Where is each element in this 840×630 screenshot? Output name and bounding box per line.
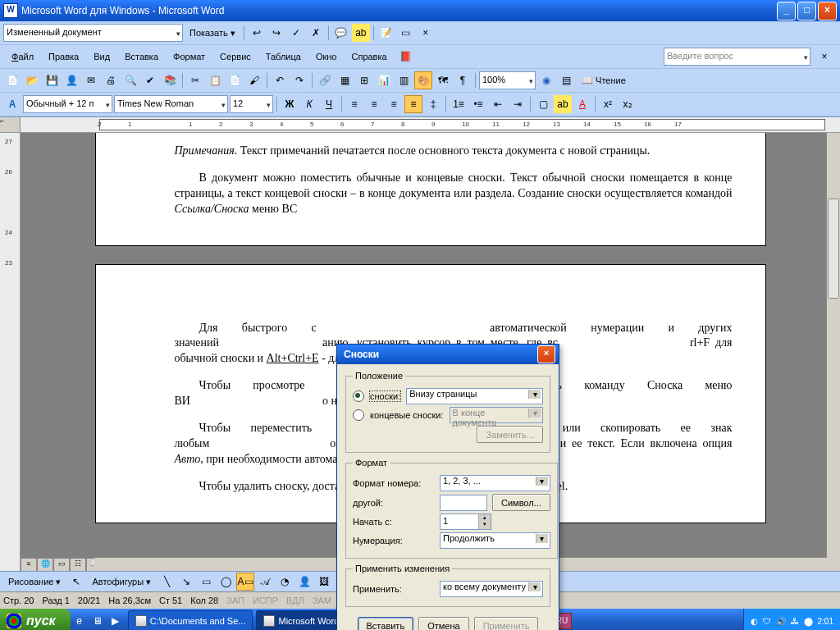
columns-icon[interactable]: ▥ <box>395 71 413 89</box>
style-combo[interactable]: Обычный + 12 п <box>23 95 112 113</box>
close-doc-button[interactable]: × <box>815 48 833 66</box>
font-size-combo[interactable]: 12 <box>230 95 273 113</box>
status-trk[interactable]: ИСПР <box>253 596 278 605</box>
reading-mode-button[interactable]: 📖 Чтение <box>577 74 631 88</box>
new-doc-icon[interactable]: 📄 <box>3 71 21 89</box>
tray-icon[interactable]: ◐ <box>751 617 758 626</box>
status-rec[interactable]: ЗАП <box>226 596 244 605</box>
quicklaunch-desktop-icon[interactable]: 🖥 <box>89 612 107 630</box>
print-icon[interactable]: 🖨 <box>102 71 120 89</box>
menu-view[interactable]: Вид <box>89 50 115 63</box>
save-icon[interactable]: 💾 <box>43 71 61 89</box>
cancel-button[interactable]: Отмена <box>418 617 468 630</box>
zoom-combo[interactable]: 100% <box>479 71 536 89</box>
oval-icon[interactable]: ◯ <box>217 573 235 591</box>
endnotes-radio-label[interactable]: концевые сноски: <box>369 409 445 421</box>
vertical-scrollbar[interactable] <box>826 133 840 571</box>
doc-state-combo[interactable]: Измененный документ <box>3 24 183 42</box>
paste-icon[interactable]: 📄 <box>226 71 244 89</box>
numbering-combo[interactable]: Продолжить <box>440 532 550 549</box>
read-layout-icon[interactable]: ▤ <box>557 71 575 89</box>
diagram-icon[interactable]: ◔ <box>276 573 294 591</box>
menu-tools[interactable]: Сервис <box>215 50 256 63</box>
format-painter-icon[interactable]: 🖌 <box>245 71 263 89</box>
menu-edit[interactable]: Правка <box>43 50 84 63</box>
dialog-close-button[interactable]: × <box>537 345 555 363</box>
toolbar-close-icon[interactable]: × <box>417 24 435 42</box>
print-preview-icon[interactable]: 🔍 <box>121 71 139 89</box>
symbol-button[interactable]: Символ... <box>492 494 550 511</box>
tray-shield-icon[interactable]: 🛡 <box>763 617 771 626</box>
hyperlink-icon[interactable]: 🔗 <box>316 71 334 89</box>
close-window-button[interactable]: × <box>818 2 837 21</box>
superscript-icon[interactable]: x² <box>599 95 617 113</box>
show-marks-icon[interactable]: ¶ <box>454 71 472 89</box>
menu-help[interactable]: Справка <box>346 50 391 63</box>
apply-to-combo[interactable]: ко всему документу <box>440 581 543 597</box>
bullet-list-icon[interactable]: •≡ <box>469 95 487 113</box>
help-search-box[interactable]: Введите вопрос <box>664 48 810 66</box>
horizontal-ruler[interactable]: ⌐ 211234567891011121314151617 <box>0 117 840 133</box>
menu-file[interactable]: Файл <box>7 50 39 63</box>
quicklaunch-media-icon[interactable]: ▶ <box>107 612 125 630</box>
menu-insert[interactable]: Вставка <box>120 50 163 63</box>
menu-table[interactable]: Таблица <box>261 50 306 63</box>
research-icon[interactable]: 📚 <box>161 71 179 89</box>
tray-volume-icon[interactable]: 🔊 <box>776 617 786 626</box>
copy-icon[interactable]: 📋 <box>206 71 224 89</box>
insert-button[interactable]: Вставить <box>358 617 414 630</box>
styles-pane-icon[interactable]: A <box>3 95 21 113</box>
tray-av-icon[interactable]: ⬤ <box>804 617 813 626</box>
footnotes-radio-label[interactable]: сноски: <box>369 390 401 402</box>
insert-table-icon[interactable]: ⊞ <box>355 71 373 89</box>
borders-icon[interactable]: ▢ <box>534 95 552 113</box>
bold-icon[interactable]: Ж <box>281 95 299 113</box>
status-ext[interactable]: ВДЛ <box>286 596 304 605</box>
mail-icon[interactable]: ✉ <box>82 71 100 89</box>
line-spacing-icon[interactable]: ‡ <box>424 95 442 113</box>
font-color-icon[interactable]: A <box>573 95 591 113</box>
tables-borders-icon[interactable]: ▦ <box>336 71 354 89</box>
comment-icon[interactable]: 💬 <box>332 24 350 42</box>
numbered-list-icon[interactable]: 1≡ <box>450 95 468 113</box>
drawing-toggle-icon[interactable]: 🎨 <box>414 71 432 89</box>
clock[interactable]: 2:01 <box>818 617 833 626</box>
system-tray[interactable]: ◐ 🛡 🔊 🖧 ⬤ 2:01 <box>743 609 840 630</box>
undo-icon[interactable]: ↶ <box>271 71 289 89</box>
highlight-color-icon[interactable]: ab <box>554 95 572 113</box>
picture-icon[interactable]: 🖼 <box>315 573 333 591</box>
accept-change-icon[interactable]: ✓ <box>287 24 305 42</box>
taskbar-item-explorer[interactable]: C:\Documents and Se... <box>128 610 253 630</box>
show-menu[interactable]: Показать ▾ <box>185 26 240 40</box>
align-right-icon[interactable]: ≡ <box>385 95 403 113</box>
start-at-spinner[interactable]: 1 <box>440 514 491 530</box>
number-format-combo[interactable]: 1, 2, 3, ... <box>440 475 550 491</box>
select-objects-icon[interactable]: ↖ <box>67 573 85 591</box>
maximize-button[interactable]: □ <box>797 2 816 21</box>
line-icon[interactable]: ╲ <box>158 573 176 591</box>
outline-view-icon[interactable]: ☷ <box>70 558 86 571</box>
track-changes-icon[interactable]: 📝 <box>377 24 395 42</box>
align-justify-icon[interactable]: ≡ <box>404 95 422 113</box>
reviewing-pane-icon[interactable]: ▭ <box>397 24 415 42</box>
prev-change-icon[interactable]: ↩ <box>248 24 266 42</box>
custom-mark-input[interactable] <box>440 495 487 511</box>
spellcheck-icon[interactable]: ✔ <box>141 71 159 89</box>
dialog-titlebar[interactable]: Сноски × <box>337 345 559 364</box>
endnotes-radio[interactable] <box>353 409 364 421</box>
page[interactable]: Примечания. Текст примечаний печатается … <box>95 133 766 246</box>
arrow-icon[interactable]: ↘ <box>177 573 195 591</box>
font-combo[interactable]: Times New Roman <box>114 95 228 113</box>
minimize-button[interactable]: _ <box>777 2 796 21</box>
ms-help-icon[interactable]: ◉ <box>537 71 555 89</box>
quicklaunch-ie-icon[interactable]: e <box>71 612 89 630</box>
underline-icon[interactable]: Ч <box>320 95 338 113</box>
permission-icon[interactable]: 👤 <box>62 71 80 89</box>
reject-change-icon[interactable]: ✗ <box>307 24 325 42</box>
cut-icon[interactable]: ✂ <box>186 71 204 89</box>
next-change-icon[interactable]: ↪ <box>267 24 285 42</box>
decrease-indent-icon[interactable]: ⇤ <box>489 95 507 113</box>
start-button[interactable]: пуск <box>0 609 71 630</box>
footnotes-radio[interactable] <box>353 390 364 402</box>
align-left-icon[interactable]: ≡ <box>345 95 363 113</box>
